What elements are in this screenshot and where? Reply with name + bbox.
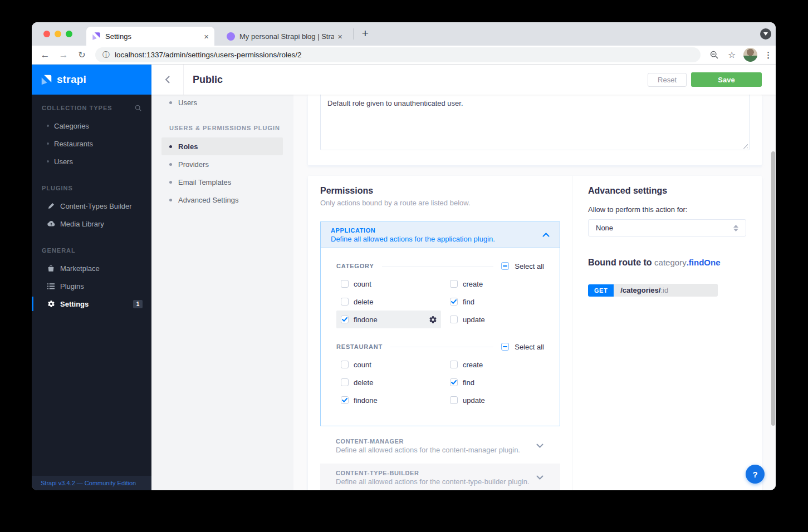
permission-group-category: CATEGORY Select all	[336, 262, 544, 328]
chevron-up-icon	[542, 233, 550, 237]
route-path: /categories/:id	[614, 284, 718, 297]
bookmark-star-icon[interactable]: ☆	[728, 50, 736, 60]
tab-strip: Settings × My personal Strapi blog | Str…	[32, 22, 776, 46]
close-tab-icon[interactable]: ×	[337, 32, 342, 41]
reload-icon[interactable]: ↻	[75, 51, 89, 60]
advanced-settings-title: Advanced settings	[588, 186, 746, 196]
accordion-name: APPLICATION	[331, 227, 495, 234]
checkbox[interactable]	[450, 361, 458, 368]
checkbox[interactable]	[450, 316, 458, 323]
close-tab-icon[interactable]: ×	[204, 32, 209, 41]
strapi-brand[interactable]: strapi	[32, 65, 151, 95]
accordion-description: Define all allowed actions for the conte…	[336, 477, 530, 486]
back-icon[interactable]: ←	[38, 50, 52, 60]
checkbox[interactable]	[341, 280, 349, 288]
bullet-icon	[169, 101, 172, 104]
bullet-icon	[169, 181, 172, 184]
minimize-window-button[interactable]	[55, 31, 61, 37]
forward-icon[interactable]: →	[57, 50, 70, 60]
sidebar-item-plugins[interactable]: Plugins	[32, 277, 151, 295]
sidebar-item-users[interactable]: Users	[32, 152, 151, 170]
sidebar-item-content-types-builder[interactable]: Content-Types Builder	[32, 197, 151, 215]
app-content: strapi COLLECTION TYPES Categories	[32, 65, 776, 490]
page-scrollbar[interactable]	[771, 151, 775, 426]
checkbox[interactable]	[341, 298, 349, 306]
checkbox[interactable]	[341, 361, 349, 368]
permission-create: create	[445, 275, 544, 293]
zoom-window-button[interactable]	[66, 31, 72, 37]
sidebar-item-categories[interactable]: Categories	[32, 117, 151, 135]
select-all-checkbox[interactable]	[501, 343, 509, 351]
address-bar[interactable]: ⓘ localhost:1337/admin/settings/users-pe…	[95, 47, 701, 62]
subnav-item-advanced-settings[interactable]: Advanced Settings	[161, 191, 283, 209]
accordion-description: Define all allowed actions for the conte…	[336, 446, 520, 454]
bound-route-row: GET /categories/:id	[588, 284, 746, 297]
search-icon[interactable]	[135, 105, 141, 111]
subnav-item-email-templates[interactable]: Email Templates	[161, 173, 283, 191]
close-window-button[interactable]	[43, 31, 50, 37]
checkbox[interactable]	[341, 316, 349, 323]
main-sidebar: strapi COLLECTION TYPES Categories	[32, 65, 151, 490]
traffic-lights	[43, 31, 72, 37]
basket-icon	[47, 265, 55, 272]
role-description-textarea[interactable]: Default role given to unauthenticated us…	[320, 95, 750, 150]
checkbox[interactable]	[450, 378, 458, 386]
tab-separator	[354, 28, 354, 40]
bullet-icon	[47, 160, 49, 162]
strapi-logo-icon	[41, 74, 52, 86]
checkbox[interactable]	[450, 298, 458, 306]
strapi-favicon-icon	[92, 32, 101, 41]
tab-blog[interactable]: My personal Strapi blog | Strap ×	[221, 27, 348, 46]
select-all-label[interactable]: Select all	[515, 262, 544, 270]
accordion-application-header[interactable]: APPLICATION Define all allowed actions f…	[320, 221, 560, 248]
select-all-label[interactable]: Select all	[515, 343, 544, 351]
tab-search-button[interactable]	[760, 28, 771, 40]
subnav-item-roles[interactable]: Roles	[161, 137, 283, 155]
brand-name: strapi	[57, 73, 86, 86]
bullet-icon	[47, 125, 49, 127]
profile-avatar[interactable]	[743, 48, 757, 62]
page-header: Public Reset Save	[151, 65, 776, 95]
checkbox[interactable]	[450, 280, 458, 288]
allow-action-select[interactable]: None	[588, 219, 746, 237]
group-name: RESTAURANT	[336, 343, 383, 350]
subnav-item-users[interactable]: Users	[161, 95, 283, 110]
cloud-upload-icon	[47, 220, 55, 227]
accordion-name: CONTENT-TYPE-BUILDER	[336, 470, 530, 476]
help-button[interactable]: ?	[746, 465, 765, 484]
checkbox[interactable]	[341, 396, 349, 404]
select-all-checkbox[interactable]	[501, 262, 509, 270]
tab-settings[interactable]: Settings ×	[86, 27, 214, 46]
checkbox[interactable]	[450, 396, 458, 404]
new-tab-button[interactable]: +	[358, 26, 373, 41]
accordion-content-manager[interactable]: CONTENT-MANAGER Define all allowed actio…	[320, 432, 560, 460]
save-button[interactable]: Save	[691, 72, 762, 87]
sidebar-item-media-library[interactable]: Media Library	[32, 215, 151, 233]
role-edit-main: Default role given to unauthenticated us…	[293, 95, 776, 490]
sidebar-item-settings[interactable]: Settings 1	[32, 295, 151, 313]
permission-settings-gear-icon[interactable]	[429, 316, 437, 324]
back-button[interactable]	[151, 65, 184, 95]
zoom-out-icon[interactable]	[709, 50, 719, 60]
bound-route-action: .findOne	[687, 258, 721, 267]
sidebar-item-restaurants[interactable]: Restaurants	[32, 135, 151, 152]
checkbox[interactable]	[341, 378, 349, 386]
browser-menu-icon[interactable]: ⋮	[764, 50, 772, 60]
sidebar-item-marketplace[interactable]: Marketplace	[32, 259, 151, 277]
permission-group-restaurant: RESTAURANT Select all	[336, 343, 544, 409]
subnav-item-providers[interactable]: Providers	[161, 155, 283, 173]
accordion-content-type-builder[interactable]: CONTENT-TYPE-BUILDER Define all allowed …	[320, 464, 560, 490]
permissions-card: Permissions Only actions bound by a rout…	[308, 176, 762, 490]
site-info-icon[interactable]: ⓘ	[102, 50, 110, 60]
section-general: GENERAL	[32, 245, 151, 256]
accordion-application-body: CATEGORY Select all	[320, 248, 560, 426]
group-name: CATEGORY	[336, 263, 374, 269]
bullet-icon	[169, 145, 172, 148]
permission-delete: delete	[336, 373, 441, 391]
permission-update: update	[445, 311, 544, 328]
reset-button[interactable]: Reset	[648, 73, 687, 87]
chevron-down-icon	[536, 475, 543, 480]
strapi-version-link[interactable]: Strapi v3.4.2 — Community Edition	[32, 476, 151, 490]
divider	[382, 266, 494, 267]
permission-find: find	[445, 373, 544, 391]
